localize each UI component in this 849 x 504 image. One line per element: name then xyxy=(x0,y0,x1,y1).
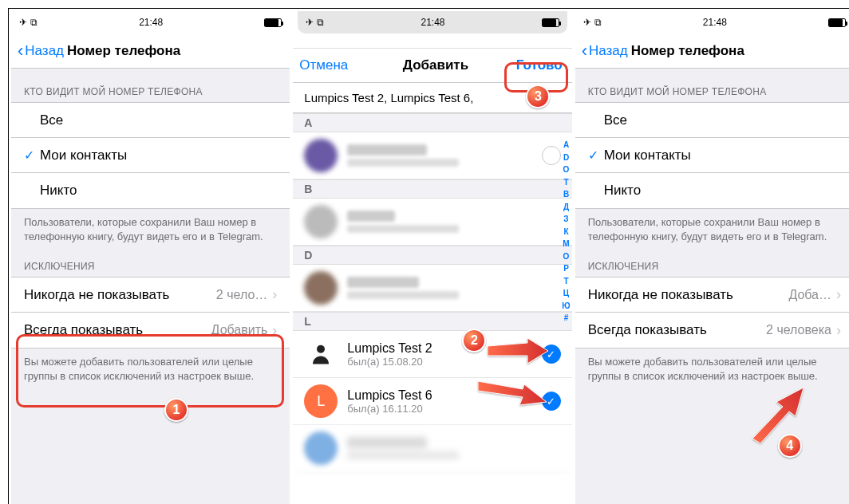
exceptions-footer: Вы можете добавить пользователей или цел… xyxy=(575,348,849,383)
index-header-d: D xyxy=(293,246,571,265)
exceptions-list: Никогда не показыватьДоба…› Всегда показ… xyxy=(575,277,849,348)
arrow-icon xyxy=(478,378,547,413)
battery-icon xyxy=(264,18,282,27)
option-nobody[interactable]: Никто xyxy=(575,173,849,208)
option-contacts[interactable]: ✓Мои контакты xyxy=(11,138,290,173)
svg-point-0 xyxy=(317,345,325,353)
contact-row[interactable] xyxy=(293,199,571,246)
chevron-right-icon: › xyxy=(836,322,841,339)
status-bar: ✈⧉ 21:48 xyxy=(298,11,567,33)
always-show-row[interactable]: Всегда показыватьДобавить› xyxy=(11,313,290,348)
screen-1: ✈⧉ 21:48 ‹Назад Номер телефона КТО ВИДИТ… xyxy=(11,11,290,504)
step-badge-1: 1 xyxy=(164,398,188,422)
arrow-icon xyxy=(488,338,548,370)
index-header-l: L xyxy=(293,312,571,331)
option-everybody[interactable]: Все xyxy=(575,103,849,138)
option-contacts[interactable]: ✓Мои контакты xyxy=(575,138,849,173)
airplane-icon: ✈ xyxy=(583,17,591,28)
status-bar: ✈⧉ 21:48 xyxy=(11,11,290,33)
contact-row[interactable] xyxy=(293,265,571,312)
battery-icon xyxy=(542,18,559,27)
back-button[interactable]: ‹Назад xyxy=(582,42,628,60)
option-everybody[interactable]: Все xyxy=(11,103,290,138)
who-list: Все ✓Мои контакты Никто xyxy=(11,102,290,209)
back-button[interactable]: ‹Назад xyxy=(18,42,64,60)
navbar: ‹Назад Номер телефона xyxy=(575,33,849,69)
chevron-right-icon: › xyxy=(272,286,277,303)
option-nobody[interactable]: Никто xyxy=(11,173,290,208)
exceptions-list: Никогда не показывать2 чело…› Всегда пок… xyxy=(11,277,290,348)
svg-marker-2 xyxy=(478,381,547,405)
checkmark-icon: ✓ xyxy=(24,148,40,163)
who-footer: Пользователи, которые сохранили Ваш номе… xyxy=(575,209,849,243)
battery-icon xyxy=(828,18,846,27)
chevron-right-icon: › xyxy=(836,286,841,303)
avatar xyxy=(304,337,338,371)
index-header-a: A xyxy=(293,113,571,132)
checkmark-icon: ✓ xyxy=(588,148,604,163)
screen-3: ✈⧉ 21:48 ‹Назад Номер телефона КТО ВИДИТ… xyxy=(575,11,849,504)
radio-unchecked[interactable] xyxy=(542,146,561,165)
wifi-icon: ⧉ xyxy=(30,17,38,28)
avatar xyxy=(304,205,338,238)
page-title: Номер телефона xyxy=(67,43,180,59)
section-header-who: КТО ВИДИТ МОЙ НОМЕР ТЕЛЕФОНА xyxy=(11,69,290,102)
never-show-row[interactable]: Никогда не показыватьДоба…› xyxy=(575,278,849,313)
navbar: Отмена Добавить Готово xyxy=(293,48,571,83)
section-header-exceptions: ИСКЛЮЧЕНИЯ xyxy=(575,243,849,277)
status-bar: ✈⧉ 21:48 xyxy=(575,11,849,33)
svg-marker-1 xyxy=(488,338,548,364)
step-badge-4: 4 xyxy=(778,434,802,458)
exceptions-footer: Вы можете добавить пользователей или цел… xyxy=(11,348,290,383)
always-show-row[interactable]: Всегда показывать2 человека› xyxy=(575,313,849,348)
avatar xyxy=(304,271,338,305)
navbar: ‹Назад Номер телефона xyxy=(11,33,290,69)
who-list: Все ✓Мои контакты Никто xyxy=(575,102,849,209)
section-header-who: КТО ВИДИТ МОЙ НОМЕР ТЕЛЕФОНА xyxy=(575,69,849,102)
avatar xyxy=(304,139,338,172)
contact-row[interactable] xyxy=(293,425,571,472)
airplane-icon: ✈ xyxy=(19,17,27,28)
screen-2: ✈⧉ 21:48 Отмена Добавить Готово Lumpics … xyxy=(293,11,571,504)
page-title: Добавить xyxy=(403,57,468,73)
chevron-left-icon: ‹ xyxy=(582,42,587,60)
wifi-icon: ⧉ xyxy=(317,17,324,28)
page-title: Номер телефона xyxy=(631,43,744,59)
airplane-icon: ✈ xyxy=(306,17,314,28)
chevron-right-icon: › xyxy=(272,322,277,339)
wifi-icon: ⧉ xyxy=(594,17,602,28)
never-show-row[interactable]: Никогда не показывать2 чело…› xyxy=(11,278,290,313)
done-button[interactable]: Готово xyxy=(516,57,563,73)
section-header-exceptions: ИСКЛЮЧЕНИЯ xyxy=(11,243,290,277)
status-time: 21:48 xyxy=(421,17,444,28)
contact-row[interactable] xyxy=(293,132,571,179)
avatar: L xyxy=(304,384,338,418)
who-footer: Пользователи, которые сохранили Ваш номе… xyxy=(11,209,290,243)
index-header-b: B xyxy=(293,179,571,199)
alpha-index[interactable]: ADOTВДЗКМОРТЦЮ# xyxy=(562,139,570,325)
status-time: 21:48 xyxy=(139,17,163,28)
status-time: 21:48 xyxy=(703,17,727,28)
cancel-button[interactable]: Отмена xyxy=(299,57,348,73)
chevron-left-icon: ‹ xyxy=(18,42,23,60)
